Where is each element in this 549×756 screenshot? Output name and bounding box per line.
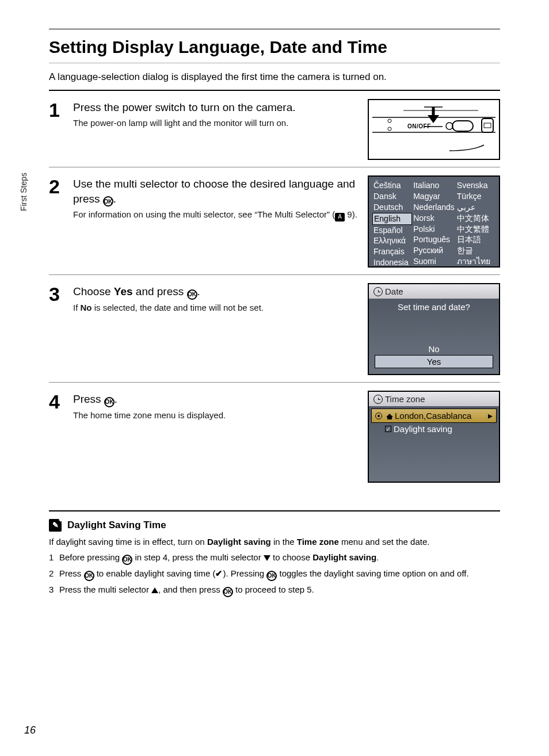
step-2-figure: Čeština Dansk Deutsch English Español Ελ…: [368, 175, 500, 268]
step-4-heading: Press OK.: [73, 392, 359, 407]
step-4: 4 Press OK. The home time zone menu is d…: [49, 391, 500, 490]
up-arrow-icon: [151, 587, 158, 593]
step-3-number: 3: [49, 283, 73, 304]
step-3-heading-a: Choose: [73, 285, 114, 297]
note-item-2: 2 Press OK to enable daylight saving tim…: [49, 567, 500, 581]
note-intro-b: Daylight saving: [207, 537, 271, 547]
step-3-figure: Date Set time and date? No Yes: [368, 283, 500, 375]
step-3-heading-c: .: [197, 285, 200, 297]
lang-espanol: Español: [372, 225, 412, 236]
step-2-desc: For information on using the multi selec…: [73, 209, 359, 221]
lang-russian: Русский: [412, 245, 456, 256]
lang-polski: Polski: [412, 224, 456, 235]
note-1a: Before pressing: [59, 552, 122, 562]
note-1d: Daylight saving: [312, 552, 376, 562]
home-icon: [386, 413, 393, 419]
step-3-desc: If No is selected, the date and time wil…: [73, 302, 359, 314]
target-icon: [375, 413, 382, 419]
clock-icon: [373, 287, 383, 296]
step-2: 2 Use the multi selector to choose the d…: [49, 175, 500, 275]
timezone-header-label: Time zone: [385, 394, 425, 404]
step-2-desc-a: For information on using the multi selec…: [73, 209, 335, 219]
lang-svenska: Svenska: [456, 180, 495, 191]
chevron-right-icon: ▸: [488, 410, 493, 421]
svg-rect-7: [484, 123, 491, 128]
lang-deutsch: Deutsch: [372, 202, 412, 213]
step-3-desc-a: If: [73, 303, 81, 312]
lang-greek: Ελληνικά: [372, 235, 412, 246]
date-screen: Date Set time and date? No Yes: [368, 283, 500, 375]
lang-cestina: Čeština: [372, 180, 412, 191]
note-1c: to choose: [270, 552, 312, 562]
lang-suomi: Suomi: [412, 256, 456, 267]
lang-japanese: 日本語: [456, 234, 495, 245]
note-intro-d: Time zone: [297, 537, 339, 547]
lang-francais: Français: [372, 246, 412, 257]
lang-norsk: Norsk: [412, 213, 456, 224]
note-list: 1 Before pressing OK in step 4, press th…: [49, 551, 500, 597]
lang-english-selected: English: [372, 213, 412, 225]
step-4-heading-b: .: [115, 393, 117, 405]
lang-turkce: Türkçe: [456, 191, 495, 202]
note-intro-a: If daylight saving time is in effect, tu…: [49, 537, 207, 547]
step-4-number: 4: [49, 391, 73, 411]
lang-arabic: عربي: [456, 202, 495, 213]
lang-col-3: Svenska Türkçe عربي 中文简体 中文繁體 日本語 한글 ภาษ…: [456, 180, 495, 263]
lang-italiano: Italiano: [412, 180, 456, 191]
step-1-number: 1: [49, 99, 73, 120]
date-prompt: Set time and date?: [369, 299, 499, 343]
lang-portugues: Português: [412, 234, 456, 245]
note-3a: Press the multi selector: [59, 585, 151, 594]
date-opt-yes-selected: Yes: [375, 355, 493, 368]
language-screen: Čeština Dansk Deutsch English Español Ελ…: [368, 175, 500, 268]
page-number: 16: [24, 724, 36, 736]
step-3-heading-b: and press: [133, 285, 187, 297]
note-1e: .: [376, 552, 379, 562]
note-2d: toggles the daylight saving time option …: [277, 568, 468, 578]
lang-indonesia: Indonesia: [372, 257, 412, 268]
ok-icon: OK: [266, 571, 277, 581]
svg-point-2: [388, 119, 391, 123]
note-intro: If daylight saving time is in effect, tu…: [49, 536, 500, 548]
note-num-2: 2: [49, 567, 59, 581]
check-icon: ✔: [215, 567, 223, 579]
step-2-heading: Use the multi selector to choose the des…: [73, 177, 359, 207]
lang-col-2: Italiano Magyar Nederlands Norsk Polski …: [412, 180, 456, 263]
date-header-label: Date: [385, 287, 403, 296]
title-underline: [49, 63, 500, 63]
lang-zh-traditional: 中文繁體: [456, 224, 495, 235]
down-arrow-icon: [264, 555, 270, 561]
clock-icon: [373, 395, 383, 404]
lang-col-1: Čeština Dansk Deutsch English Español Ελ…: [372, 180, 412, 263]
note-2b: to enable daylight saving time (: [94, 568, 216, 578]
step-4-heading-a: Press: [73, 393, 104, 405]
checkbox-icon: ✓: [385, 426, 391, 432]
timezone-screen: Time zone London,Casablanca ▸ ✓ Daylight…: [368, 391, 500, 483]
svg-point-3: [388, 127, 391, 131]
ok-icon: OK: [223, 587, 233, 597]
note-title-text: Daylight Saving Time: [67, 518, 166, 532]
step-2-number: 2: [49, 175, 73, 196]
step-3-heading: Choose Yes and press OK.: [73, 284, 359, 300]
svg-marker-11: [428, 115, 439, 123]
timezone-location-row: London,Casablanca ▸: [371, 408, 497, 423]
note-3b: , and then press: [158, 585, 223, 594]
lang-dansk: Dansk: [372, 191, 412, 202]
note-1b: in step 4, press the multi selector: [132, 552, 264, 562]
step-2-heading-b: .: [113, 193, 116, 205]
page-content: Setting Display Language, Date and Time …: [0, 0, 549, 620]
intro-text: A language-selection dialog is displayed…: [49, 71, 500, 83]
onoff-label: ON/OFF: [407, 123, 431, 129]
note-icon: ✎: [49, 519, 62, 532]
lang-zh-simplified: 中文简体: [456, 213, 495, 224]
date-screen-header: Date: [369, 284, 499, 299]
step-4-figure: Time zone London,Casablanca ▸ ✓ Daylight…: [368, 391, 500, 483]
intro-rule: [49, 90, 500, 91]
step-1-desc: The power-on lamp will light and the mon…: [73, 117, 359, 129]
step-3: 3 Choose Yes and press OK. If No is sele…: [49, 283, 500, 383]
step-2-desc-b: 9).: [345, 209, 357, 219]
note-2a: Press: [59, 568, 84, 578]
note-item-1: 1 Before pressing OK in step 4, press th…: [49, 551, 500, 565]
daylight-note: ✎ Daylight Saving Time If daylight savin…: [49, 510, 500, 597]
note-intro-c: in the: [271, 537, 297, 547]
